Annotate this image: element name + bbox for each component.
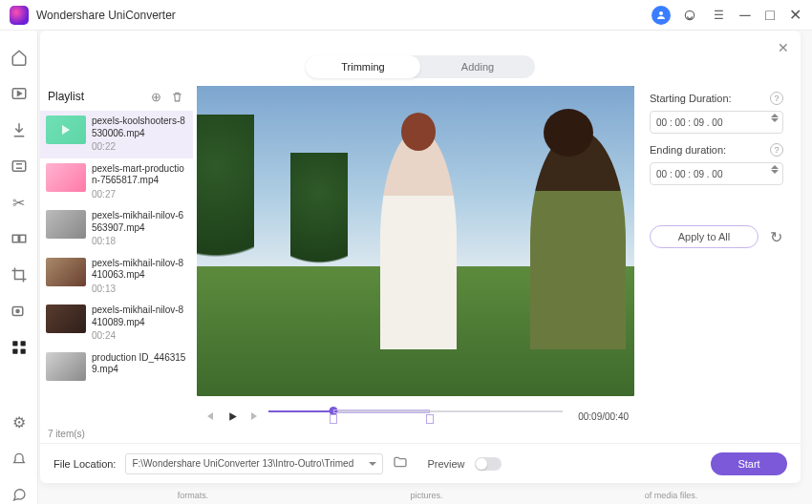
open-folder-icon[interactable] (393, 454, 408, 473)
nav-feedback-icon[interactable] (10, 485, 29, 504)
thumbnail (46, 163, 86, 192)
next-frame-button[interactable] (246, 409, 262, 424)
mode-tabs: Trimming Adding (306, 55, 535, 78)
player-controls: 00:09/00:40 (197, 396, 634, 431)
thumbnail (46, 258, 86, 286)
account-icon[interactable] (652, 6, 671, 25)
preview-label: Preview (427, 458, 464, 470)
svg-rect-11 (12, 349, 17, 354)
svg-rect-5 (12, 235, 18, 242)
list-item[interactable]: pexels-mikhail-nilov-8410063.mp400:13 (40, 253, 193, 301)
nav-merge-icon[interactable] (10, 229, 29, 248)
list-item[interactable]: pexels-mikhail-nilov-6563907.mp400:18 (40, 205, 193, 253)
svg-rect-12 (20, 349, 25, 354)
video-preview[interactable] (197, 86, 634, 396)
thumbnail (46, 210, 86, 239)
title-bar: Wondershare UniConverter ☰ ─ □ ✕ (0, 0, 812, 31)
svg-marker-3 (17, 92, 21, 96)
prev-frame-button[interactable] (203, 409, 218, 424)
stepper-down[interactable] (771, 170, 779, 174)
svg-point-0 (659, 11, 663, 15)
sidebar: ✂ ⚙ (0, 31, 38, 504)
close-icon[interactable]: ✕ (778, 40, 789, 55)
menu-icon[interactable]: ☰ (709, 6, 728, 25)
delete-icon[interactable] (168, 88, 185, 105)
play-button[interactable] (224, 409, 240, 424)
help-icon[interactable]: ? (770, 143, 783, 157)
nav-home-icon[interactable] (10, 48, 29, 67)
minimize-button[interactable]: ─ (737, 8, 753, 23)
nav-video-icon[interactable] (10, 84, 29, 103)
trim-end-handle[interactable] (426, 414, 434, 424)
tab-adding[interactable]: Adding (420, 55, 535, 78)
list-item[interactable]: pexels-koolshooters-8530006.mp400:22 (40, 111, 193, 158)
reset-icon[interactable]: ↻ (768, 229, 783, 244)
start-duration-input[interactable]: 00 : 00 : 09 . 00 (650, 111, 783, 134)
svg-rect-6 (19, 235, 25, 242)
timeline[interactable] (268, 405, 563, 428)
thumbnail (46, 352, 86, 381)
close-window-button[interactable]: ✕ (787, 8, 802, 23)
start-button[interactable]: Start (711, 452, 787, 475)
end-duration-label: Ending duration: (650, 144, 726, 156)
nav-compress-icon[interactable] (10, 157, 29, 176)
nav-record-icon[interactable] (10, 302, 29, 321)
list-item[interactable]: production ID_4463159.mp4 (40, 347, 193, 386)
playlist-count: 7 item(s) (40, 425, 193, 443)
list-item[interactable]: pexels-mikhail-nilov-8410089.mp400:24 (40, 300, 193, 347)
nav-edit-icon[interactable]: ✂ (10, 193, 29, 212)
modal-footer: File Location: F:\Wondershare UniConvert… (40, 443, 801, 483)
svg-marker-15 (251, 412, 257, 420)
nav-download-icon[interactable] (10, 120, 29, 139)
file-location-label: File Location: (53, 458, 116, 470)
support-icon[interactable] (680, 6, 699, 25)
svg-point-8 (16, 310, 19, 313)
settings-panel: Starting Duration:? 00 : 00 : 09 . 00 En… (638, 86, 801, 443)
playlist-title: Playlist (48, 90, 84, 103)
apply-all-button[interactable]: Apply to All (650, 225, 759, 248)
end-duration-input[interactable]: 00 : 00 : 09 . 00 (650, 162, 783, 185)
preview-toggle[interactable] (475, 457, 502, 471)
thumbnail (46, 304, 86, 333)
stepper-down[interactable] (771, 118, 779, 122)
time-display: 00:09/00:40 (569, 411, 629, 422)
maximize-button[interactable]: □ (762, 8, 778, 23)
app-logo (10, 6, 29, 25)
nav-notify-icon[interactable] (10, 449, 29, 468)
nav-crop-icon[interactable] (10, 265, 29, 284)
list-item[interactable]: pexels-mart-production-7565817.mp400:27 (40, 158, 193, 206)
add-file-icon[interactable]: ⊕ (147, 88, 164, 105)
svg-rect-10 (20, 341, 25, 346)
nav-settings-icon[interactable]: ⚙ (10, 412, 29, 431)
app-title: Wondershare UniConverter (36, 9, 176, 22)
tab-trimming[interactable]: Trimming (306, 55, 420, 78)
file-location-select[interactable]: F:\Wondershare UniConverter 13\Intro-Out… (125, 453, 383, 474)
playlist-panel: Playlist ⊕ pexels-koolshooters-8530006.m… (40, 86, 193, 443)
svg-rect-9 (12, 341, 17, 346)
trim-start-handle[interactable] (330, 414, 337, 424)
stepper-up[interactable] (771, 114, 779, 117)
svg-marker-13 (207, 412, 213, 420)
stepper-up[interactable] (771, 165, 779, 169)
svg-rect-4 (12, 161, 26, 172)
trim-modal: ✕ Trimming Adding Playlist ⊕ pexels-kool… (40, 31, 801, 483)
nav-toolbox-icon[interactable] (10, 338, 29, 357)
background-hints: formats.pictures.of media files. (76, 491, 799, 500)
help-icon[interactable]: ? (770, 92, 783, 105)
svg-marker-14 (229, 412, 237, 421)
start-duration-label: Starting Duration: (650, 93, 732, 104)
thumbnail (46, 116, 86, 144)
